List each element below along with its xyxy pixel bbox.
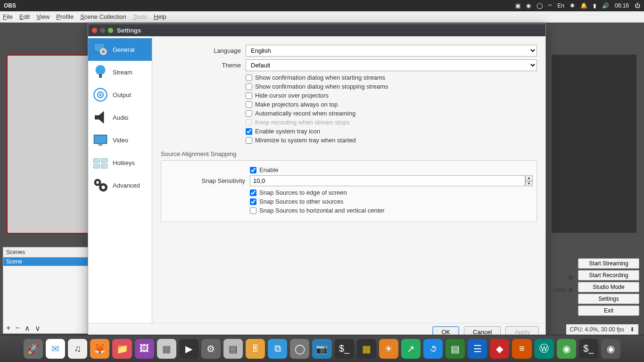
obs-menu-bar: File Edit View Profile Scene Collection … [0, 11, 644, 23]
snap-enable-label: Enable [259, 166, 278, 173]
nav-audio[interactable]: Audio [88, 106, 152, 129]
scene-up-button[interactable]: ∧ [25, 324, 30, 333]
dock-grid-icon[interactable]: ▦ [357, 339, 376, 359]
general-checkbox-4[interactable] [246, 110, 252, 117]
spin-down-button[interactable]: ▼ [525, 181, 533, 187]
snap-enable-checkbox[interactable] [250, 167, 256, 173]
battery-icon[interactable]: ▮ [593, 2, 596, 9]
wifi-icon[interactable]: ⌔ [548, 2, 552, 9]
nav-output[interactable]: Output [88, 83, 152, 106]
notifications-icon[interactable]: 🔔 [580, 2, 587, 9]
obs-tray-icon[interactable]: ◉ [526, 2, 531, 9]
menu-file[interactable]: File [3, 13, 13, 20]
studio-mode-button[interactable]: Studio Mode [578, 282, 639, 292]
dock-camera-icon[interactable]: 📷 [312, 339, 331, 359]
cast-icon[interactable]: ▣ [515, 2, 520, 9]
bluetooth-icon[interactable]: ✱ [570, 2, 575, 9]
language-indicator[interactable]: En [557, 2, 564, 9]
gear-icon-2[interactable]: ⚙ [568, 287, 573, 293]
general-checkbox-2[interactable] [246, 92, 252, 99]
nav-video[interactable]: Video [88, 129, 152, 151]
settings-button[interactable]: Settings [578, 294, 639, 304]
menu-view[interactable]: View [36, 13, 50, 20]
dock-app-icon[interactable]: ▤ [223, 339, 243, 359]
minimize-window-button[interactable] [100, 28, 105, 33]
start-recording-button[interactable]: Start Recording [578, 270, 639, 280]
svg-rect-4 [99, 74, 102, 78]
nav-advanced[interactable]: Advanced [88, 174, 152, 197]
dialog-titlebar[interactable]: Settings [88, 24, 545, 36]
dock-stack-icon[interactable]: ≡ [512, 339, 531, 359]
dock-swirl-icon[interactable]: ૭ [423, 339, 443, 359]
dock-red-icon[interactable]: ◆ [490, 339, 509, 359]
snap-check-row: Snap Sources to edge of screen [165, 189, 533, 196]
dock-calendar-icon[interactable]: ▦ [157, 339, 176, 359]
general-checkbox-0[interactable] [246, 74, 252, 81]
chrome-icon[interactable]: ◯ [537, 2, 543, 9]
general-check-row: Make projectors always on top [161, 101, 537, 108]
gear-icon[interactable]: ⚙ [568, 274, 573, 281]
snap-checkbox-0[interactable] [250, 189, 256, 196]
dock-mixer-icon[interactable]: 🎚 [246, 339, 265, 359]
general-check-row: Hide cursor over projectors [161, 92, 537, 99]
theme-label: Theme [161, 62, 246, 69]
dock-chrome-icon[interactable]: ◉ [557, 339, 576, 359]
general-check-label: Automatically record when streaming [255, 110, 355, 117]
volume-icon[interactable]: 🔊 [602, 2, 609, 9]
dock-firefox-icon[interactable]: 🦊 [90, 339, 109, 359]
svg-point-7 [99, 94, 102, 96]
scene-list-item[interactable]: Scene [3, 257, 91, 266]
dock-list-icon[interactable]: ☰ [468, 339, 487, 359]
snap-checkbox-1[interactable] [250, 198, 256, 205]
maximize-window-button[interactable] [108, 28, 113, 33]
snap-check-label: Snap Sources to horizontal and vertical … [259, 207, 385, 214]
general-checkbox-1[interactable] [246, 83, 252, 90]
nav-label: Video [113, 137, 128, 144]
dock-launcher-icon[interactable]: 🚀 [24, 339, 43, 359]
dock-files-icon[interactable]: 📁 [112, 339, 132, 359]
dock-photos-icon[interactable]: 🖼 [135, 339, 154, 359]
nav-general[interactable]: General [88, 38, 152, 61]
nav-hotkeys[interactable]: Hotkeys [88, 151, 152, 174]
menu-scene-collection[interactable]: Scene Collection [80, 13, 126, 20]
snap-sensitivity-input[interactable] [250, 175, 525, 186]
snap-checkbox-2[interactable] [250, 207, 256, 214]
dock-settings-icon[interactable]: ⚙ [201, 339, 221, 359]
dock-terminal2-icon[interactable]: $_ [579, 339, 598, 359]
dock-steam-icon[interactable]: ◯ [290, 339, 309, 359]
power-icon[interactable]: ⏻ [635, 2, 640, 9]
menu-help[interactable]: Help [154, 13, 166, 20]
dock-player-icon[interactable]: ▶ [179, 339, 198, 359]
dock-terminal-icon[interactable]: $_ [335, 339, 354, 359]
clock[interactable]: 06:16 [615, 2, 629, 9]
preview-left[interactable] [7, 55, 91, 234]
theme-select[interactable]: Default [246, 59, 537, 71]
exit-button[interactable]: Exit [578, 305, 639, 316]
dock-sun-icon[interactable]: ☀ [379, 339, 398, 359]
dock-obs-icon[interactable]: ◉ [601, 339, 620, 359]
preview-right[interactable] [552, 55, 636, 233]
dock-share-icon[interactable]: ↗ [401, 339, 421, 359]
spin-up-button[interactable]: ▲ [525, 175, 533, 181]
general-checkbox-7[interactable] [246, 137, 252, 144]
language-select[interactable]: English [246, 45, 537, 57]
general-check-label: Minimize to system tray when started [255, 137, 356, 144]
remove-scene-button[interactable]: − [15, 324, 19, 332]
dock-mail-icon[interactable]: ✉ [46, 339, 65, 359]
dock-screenshot-icon[interactable]: ⧉ [268, 339, 287, 359]
dock-wordpress-icon[interactable]: Ⓦ [535, 339, 554, 359]
add-scene-button[interactable]: + [6, 324, 10, 332]
settings-dialog: Settings General Stream Output Audio Vid… [88, 24, 546, 341]
scene-down-button[interactable]: ∨ [35, 324, 41, 333]
dock-doc-icon[interactable]: ▤ [446, 339, 465, 359]
start-streaming-button[interactable]: Start Streaming [578, 258, 639, 269]
menu-profile[interactable]: Profile [56, 13, 74, 20]
dock-music-icon[interactable]: ♫ [68, 339, 87, 359]
general-checkbox-3[interactable] [246, 101, 252, 108]
general-check-label: Make projectors always on top [255, 101, 338, 108]
general-checkbox-6[interactable] [246, 128, 252, 135]
nav-stream[interactable]: Stream [88, 61, 152, 83]
scenes-panel: Scenes Scene + − ∧ ∨ [3, 247, 91, 334]
menu-edit[interactable]: Edit [19, 13, 30, 20]
close-window-button[interactable] [92, 28, 97, 33]
